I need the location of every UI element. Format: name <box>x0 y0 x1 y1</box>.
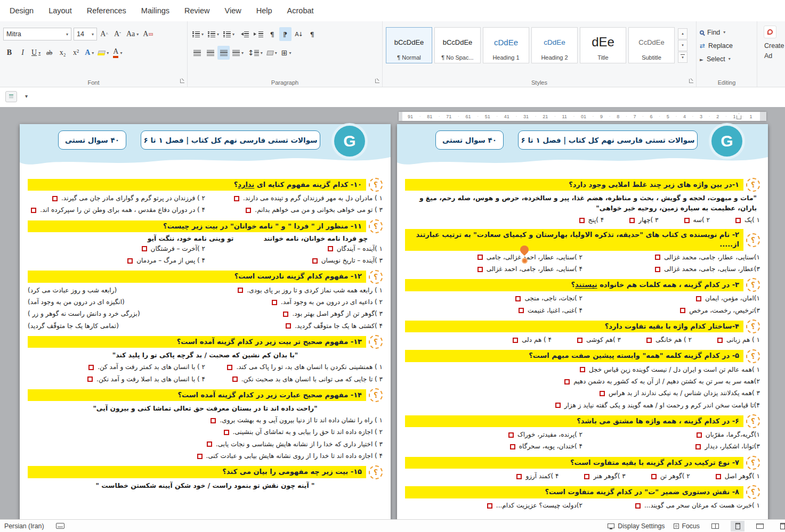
option: ۲)همه سر به سر تن به کشتن دهیم / از آن ب… <box>564 377 760 386</box>
question-title: ۴-ساختار کدام واژه با بقیه تفاوت دارد؟ <box>405 321 743 333</box>
numbering-button[interactable]: ▾ <box>206 27 221 41</box>
chevron-down-icon[interactable]: ▾ <box>25 93 28 99</box>
paragraph-group-label: Paragraph <box>188 79 382 86</box>
align-left-button[interactable] <box>191 46 203 60</box>
tab-acrobat[interactable]: Acrobat <box>280 0 321 21</box>
line-spacing-button[interactable]: ↕▾ <box>246 46 264 60</box>
style-card-heading-2[interactable]: cDdEeHeading 2 <box>531 27 578 63</box>
options-row: ۳)ترخیص، رخصت، مرخص۴ )غنی، اغنیا، غنیمت <box>405 306 760 315</box>
language-status[interactable]: Persian (Iran) <box>4 522 44 530</box>
ruler-tick: · <box>725 114 726 118</box>
tab-layout[interactable]: Layout <box>41 0 79 21</box>
ruler-tick: · <box>535 114 536 118</box>
font-dialog-launcher-icon[interactable] <box>180 79 184 83</box>
display-settings-button[interactable]: Display Settings <box>608 522 665 530</box>
sort-button[interactable]: A↓ <box>293 27 305 41</box>
create-adobe-pdf-label[interactable]: Create <box>760 41 782 51</box>
style-card-heading-1[interactable]: cDdEeHeading 1 <box>483 27 529 63</box>
chevron-down-icon: ▾ <box>38 51 41 55</box>
superscript-button[interactable]: x² <box>70 46 82 60</box>
underline-button[interactable]: U▾ <box>30 46 42 60</box>
answer-checkbox <box>646 338 652 343</box>
option-text: ۳)عطار، سنایی، جامی، محمد غزالی <box>664 265 760 274</box>
grow-font-button[interactable]: A^ <box>98 27 110 41</box>
font-color-button[interactable]: A▾ <box>111 46 124 60</box>
options-row: ۱)سنایی، عطار، جامی، محمد غزالی۲ )سنایی،… <box>405 253 760 262</box>
ltr-direction-button[interactable]: ¶ <box>266 27 278 41</box>
show-formatting-marks-button[interactable]: ¶ <box>306 27 318 41</box>
answer-checkbox <box>717 338 723 343</box>
question-block: ؟۱-در بین واژه های زیر چند غلط املایی وج… <box>405 178 760 225</box>
answer-checkbox <box>696 296 701 301</box>
style-card-no-spac[interactable]: bCcDdEe¶ No Spac... <box>434 27 481 63</box>
font-name-combobox[interactable]: Mitra▾ <box>3 28 71 40</box>
print-layout-button[interactable] <box>731 521 744 531</box>
find-button[interactable]: Find▾ <box>700 26 754 39</box>
tab-design[interactable]: Design <box>2 0 41 21</box>
rtl-direction-button[interactable]: ¶ <box>279 27 292 41</box>
text-effects-button[interactable]: A▾ <box>83 46 95 60</box>
option-text: ۴ ) اجازه داده اند تا خدا را از روی نشان… <box>206 452 383 461</box>
view-option-button[interactable] <box>775 521 785 531</box>
styles-dialog-launcher-icon[interactable] <box>689 79 693 83</box>
document-page-1[interactable]: ۴۰ سوال تستی سوالات تستی فارسی نهم کل کت… <box>397 124 768 519</box>
options-row: ۲)همه سر به سر تن به کشتن دهیم / از آن ب… <box>405 377 760 386</box>
italic-button[interactable]: I <box>17 46 29 60</box>
tab-references[interactable]: References <box>79 0 134 21</box>
align-center-button[interactable] <box>204 46 216 60</box>
option-text: ۱ ) رابعه همه شب نماز کردی و تا روز بر پ… <box>247 286 383 295</box>
decrease-indent-button[interactable] <box>237 27 250 41</box>
align-right-button[interactable] <box>217 46 230 60</box>
borders-button[interactable]: ⊞▾ <box>280 46 293 60</box>
styles-scroll-up-button[interactable]: ▴ <box>678 28 687 39</box>
style-card-subtitle[interactable]: CcDdEeSubtitle <box>628 27 675 63</box>
select-button[interactable]: Select▾ <box>700 52 754 66</box>
strikethrough-button[interactable]: ab <box>43 46 55 60</box>
edit-item-label: Replace <box>708 42 733 50</box>
chevron-down-icon: ▾ <box>92 51 94 55</box>
clear-formatting-button[interactable]: A <box>141 27 155 41</box>
chevron-down-icon: ▾ <box>92 32 94 37</box>
tab-mailings[interactable]: Mailings <box>134 0 177 21</box>
answer-checkbox <box>52 196 58 201</box>
font-size-combobox[interactable]: 14▾ <box>74 28 97 40</box>
replace-button[interactable]: Replace <box>700 39 754 52</box>
shrink-font-button[interactable]: Aˇ <box>111 27 124 41</box>
shading-button[interactable]: ▾ <box>265 46 279 60</box>
document-page-2[interactable]: ۴۰ سوال تستی سوالات تستی فارسی نهم کل کت… <box>20 124 391 519</box>
styles-scroll-down-button[interactable]: ▾ <box>678 40 687 51</box>
increase-indent-button[interactable] <box>252 27 265 41</box>
ruler-tick: · <box>659 114 660 118</box>
styles-more-button[interactable]: ▾ <box>678 52 687 63</box>
style-card-title[interactable]: dEeTitle <box>580 27 626 63</box>
focus-button[interactable]: Focus <box>674 522 700 530</box>
read-mode-button[interactable] <box>708 521 722 531</box>
justify-button[interactable]: ▾ <box>231 46 245 60</box>
answer-checkbox <box>516 474 522 479</box>
editing-list: Find▾ReplaceSelect▾ <box>700 26 754 66</box>
subscript-button[interactable]: x₂ <box>56 46 69 60</box>
bold-button[interactable]: B <box>3 46 15 60</box>
style-card-normal[interactable]: bCcDdEe¶ Normal <box>386 27 432 63</box>
tab-review[interactable]: Review <box>177 0 217 21</box>
paragraph-dialog-launcher-icon[interactable] <box>375 79 379 83</box>
change-case-button[interactable]: Aa▾ <box>125 27 140 41</box>
option-text: ۱ )خبرت هست که مرغان سحر می گویند... <box>644 501 760 510</box>
italic-icon: I <box>21 48 24 57</box>
create-adobe-pdf-label-2[interactable]: Ad <box>760 51 782 61</box>
keyboard-icon[interactable] <box>56 523 64 529</box>
multilevel-list-button[interactable]: ▾ <box>222 27 236 41</box>
question-count-box: ۴۰ سوال تستی <box>435 130 504 150</box>
ruler-number: 5 <box>667 114 669 119</box>
tab-view[interactable]: View <box>217 0 249 21</box>
align-left-icon <box>193 50 201 56</box>
text-highlight-button[interactable]: ▾ <box>96 46 110 60</box>
bullets-button[interactable]: ▾ <box>191 27 205 41</box>
document-options-icon[interactable] <box>5 91 17 102</box>
acrobat-icon[interactable] <box>764 26 776 38</box>
answer-checkbox <box>716 474 721 479</box>
horizontal-ruler[interactable]: 91·81·71·61·51·41·31·21·11·01·9·8·7·6·5·… <box>399 112 766 121</box>
web-layout-button[interactable] <box>753 521 767 531</box>
option: ۳ )آینده – تاریخ نویسان <box>205 256 383 265</box>
tab-help[interactable]: Help <box>249 0 280 21</box>
